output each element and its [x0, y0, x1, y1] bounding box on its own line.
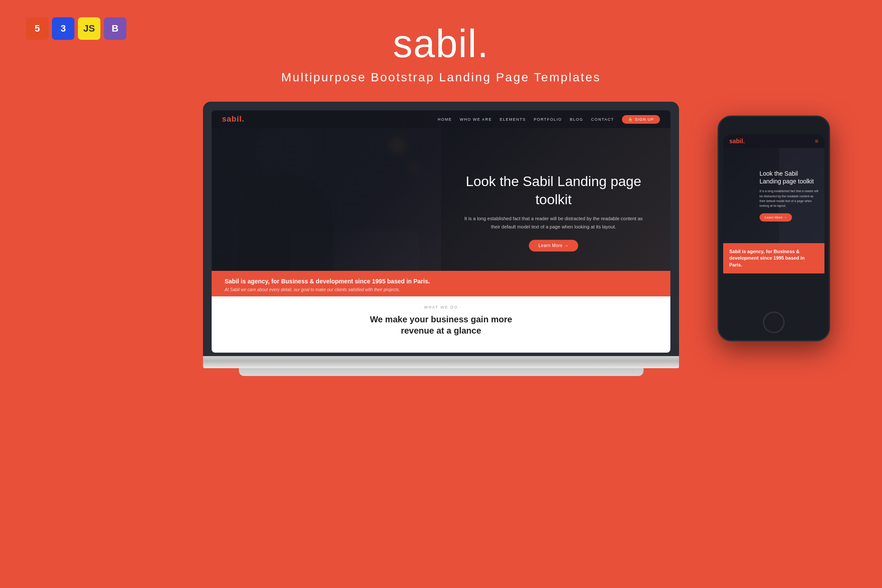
nav-contact[interactable]: CONTACT [591, 117, 614, 122]
phone-logo: sabil. [729, 138, 745, 145]
nav-home[interactable]: HOME [438, 117, 452, 122]
tech-badges-container: 5 3 JS B [26, 17, 126, 40]
section-title: We make your business gain morerevenue a… [225, 314, 657, 336]
js-badge: JS [78, 17, 100, 40]
page-title: sabil. [0, 22, 882, 66]
site-logo: sabil. [222, 115, 245, 124]
hero-section: Look the Sabil Landing page toolkit It i… [212, 110, 670, 296]
phone-hero-content: Look the Sabil Landing page toolkit It i… [760, 170, 820, 222]
what-we-do-section: · WHAT WE DO · We make your business gai… [212, 296, 670, 353]
phone-hero-title: Look the Sabil Landing page toolkit [760, 170, 820, 185]
page-subtitle: Multipurpose Bootstrap Landing Page Temp… [0, 71, 882, 84]
website-navbar: sabil. HOME WHO WE ARE ELEMENTS PORTFOLI… [212, 110, 670, 128]
nav-blog[interactable]: BLOG [570, 117, 583, 122]
hero-title: Look the Sabil Landing page toolkit [463, 173, 644, 209]
agency-banner: Sabil is agency, for Business & developm… [212, 271, 670, 296]
nav-links: HOME WHO WE ARE ELEMENTS PORTFOLIO BLOG … [438, 115, 660, 124]
phone-screen: sabil. ≡ Look the Sabil Landing page too… [723, 134, 824, 307]
signup-button[interactable]: 🔒 SIGN UP [622, 115, 660, 124]
hero-content: Look the Sabil Landing page toolkit It i… [463, 173, 644, 251]
agency-subtitle: At Sabil we care about every detail, our… [225, 287, 657, 292]
laptop-bottom [239, 368, 644, 376]
devices-container: sabil. HOME WHO WE ARE ELEMENTS PORTFOLI… [0, 102, 882, 376]
laptop-base [203, 356, 679, 368]
bootstrap-badge: B [104, 17, 126, 40]
phone-home-button[interactable] [763, 312, 785, 333]
nav-elements[interactable]: ELEMENTS [500, 117, 526, 122]
section-label: · WHAT WE DO · [225, 305, 657, 309]
phone-hero-body: It is a long established fact that a rea… [760, 189, 820, 208]
hero-body: It is a long established fact that a rea… [463, 215, 644, 231]
laptop-mockup: sabil. HOME WHO WE ARE ELEMENTS PORTFOLI… [203, 102, 679, 376]
phone-hero-section: Look the Sabil Landing page toolkit It i… [723, 148, 824, 243]
phone-navbar: sabil. ≡ [723, 134, 824, 148]
hamburger-icon[interactable]: ≡ [815, 138, 818, 145]
learn-more-button[interactable]: Learn More → [529, 240, 578, 251]
phone-learn-more-button[interactable]: Learn More → [760, 213, 792, 222]
lock-icon: 🔒 [628, 117, 633, 122]
phone-agency-banner: Sabil is agency, for Business & developm… [723, 243, 824, 273]
nav-who-we-are[interactable]: WHO WE ARE [460, 117, 492, 122]
nav-portfolio[interactable]: PORTFOLIO [534, 117, 562, 122]
laptop-bezel: sabil. HOME WHO WE ARE ELEMENTS PORTFOLI… [203, 102, 679, 356]
html5-badge: 5 [26, 17, 48, 40]
agency-title: Sabil is agency, for Business & developm… [225, 278, 657, 285]
page-header: sabil. Multipurpose Bootstrap Landing Pa… [0, 0, 882, 97]
phone-bezel: sabil. ≡ Look the Sabil Landing page too… [718, 116, 830, 341]
phone-mockup: sabil. ≡ Look the Sabil Landing page too… [718, 116, 830, 341]
phone-notch [756, 124, 791, 131]
phone-agency-title: Sabil is agency, for Business & developm… [729, 248, 818, 268]
laptop-screen: sabil. HOME WHO WE ARE ELEMENTS PORTFOLI… [212, 110, 670, 353]
css3-badge: 3 [52, 17, 74, 40]
